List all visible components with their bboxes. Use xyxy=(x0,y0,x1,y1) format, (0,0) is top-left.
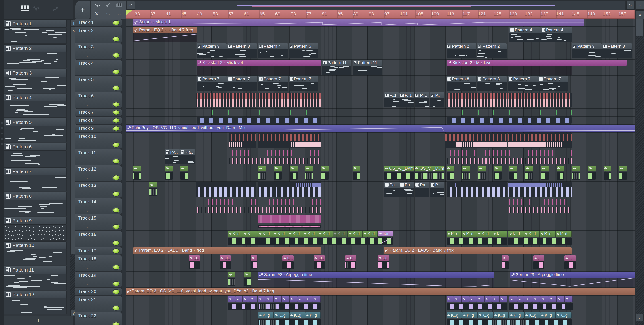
striped-clip[interactable] xyxy=(197,199,256,213)
audio-clip[interactable] xyxy=(446,166,454,181)
audio-clip[interactable] xyxy=(149,182,157,197)
audio-clip-header[interactable]: K..d xyxy=(462,231,477,237)
audio-clip-run[interactable]: K..gK..gK..gK..gK..gK..gK..gK..g xyxy=(446,312,571,325)
timeline-ruler[interactable]: 3337414549535761656973778185899397101105… xyxy=(126,10,635,19)
audio-clip[interactable] xyxy=(258,166,266,181)
track-header-track-16[interactable]: Track 16... xyxy=(75,231,122,247)
striped-clip[interactable] xyxy=(445,133,507,148)
audio-clip[interactable] xyxy=(588,166,596,181)
vertical-scrollbar-thumb[interactable] xyxy=(636,19,644,36)
pattern-item-header[interactable]: Pattern 4 xyxy=(4,94,67,101)
tool-waveform-icon[interactable] xyxy=(92,2,101,9)
audio-clip-header[interactable]: K..d xyxy=(508,231,524,237)
striped-clip[interactable] xyxy=(258,199,321,213)
pattern-clip[interactable]: Pattern 7 xyxy=(228,76,257,91)
audio-clip-header[interactable] xyxy=(298,296,305,302)
ruler-scroll-up-button[interactable]: ∧ xyxy=(636,10,644,19)
audio-clip-header[interactable] xyxy=(549,296,557,302)
pattern-clip[interactable]: Pattern 3 xyxy=(197,44,226,59)
track-header-track-18[interactable]: Track 18... xyxy=(75,255,122,271)
playlist-vertical-scrollbar[interactable]: ∨ xyxy=(636,19,644,325)
striped-clip[interactable] xyxy=(446,182,507,197)
track-header-track-5[interactable]: Track 5... xyxy=(75,76,122,92)
audio-clip[interactable] xyxy=(525,166,533,181)
track-mute-led[interactable] xyxy=(113,110,120,115)
track-mute-led[interactable] xyxy=(113,305,120,311)
audio-clip-run[interactable] xyxy=(510,296,573,311)
audio-clip[interactable] xyxy=(494,166,502,181)
track-header-track-1[interactable]: Track 1 xyxy=(75,19,122,27)
audio-clip-header[interactable] xyxy=(484,296,492,302)
pattern-clip[interactable]: Pattern 4 xyxy=(258,44,288,59)
pattern-clip[interactable]: P.. xyxy=(430,182,444,197)
audio-clip[interactable] xyxy=(321,166,329,181)
track-mute-led[interactable] xyxy=(113,53,120,58)
audio-clip[interactable] xyxy=(228,272,235,287)
striped-clip[interactable] xyxy=(258,93,321,107)
pattern-item-header[interactable]: Pattern 5 xyxy=(4,118,67,126)
track-header-track-12[interactable]: Track 12... xyxy=(75,165,122,182)
audio-clip-header[interactable]: K..g xyxy=(494,312,509,318)
striped-clip[interactable] xyxy=(508,133,572,148)
striped-clip[interactable] xyxy=(197,109,321,116)
pattern-clip[interactable]: Pattern 8 xyxy=(477,76,507,91)
pattern-clip[interactable]: Pa.. xyxy=(384,182,399,197)
audio-clip-header[interactable] xyxy=(228,296,236,302)
audio-clip[interactable]: O.. xyxy=(345,255,357,271)
pattern-clip[interactable]: Pattern 3 xyxy=(572,44,602,59)
striped-clip[interactable] xyxy=(228,133,257,148)
audio-clip-header[interactable] xyxy=(250,296,258,302)
audio-clip-header[interactable]: K..d xyxy=(273,231,288,237)
pattern-clip[interactable]: Pattern 5 xyxy=(289,44,318,59)
sidebar-tab-piano-icon[interactable] xyxy=(21,5,29,12)
striped-clip[interactable] xyxy=(508,93,572,107)
automation-clip[interactable]: Serum #3 - Arpeggio time xyxy=(258,272,494,287)
audio-clip-header[interactable] xyxy=(258,296,266,302)
pattern-list-item[interactable]: Pattern 12 xyxy=(4,290,67,315)
pattern-clip[interactable]: Pattern 7 xyxy=(258,76,288,91)
audio-clip-header[interactable]: K.. xyxy=(492,231,507,237)
track-mute-led[interactable] xyxy=(113,240,120,245)
playlist-scroll-down-button[interactable]: ∨ xyxy=(636,314,644,321)
audio-clip-header[interactable]: K..g xyxy=(305,312,321,318)
pattern-clip[interactable]: Pa.. xyxy=(165,149,180,165)
pattern-list-item[interactable]: Pattern 6 xyxy=(4,143,67,167)
pattern-list[interactable]: Pattern 1Pattern 2Pattern 3Pattern 4Patt… xyxy=(4,20,67,315)
audio-clip[interactable]: O.. xyxy=(282,255,294,271)
audio-clip[interactable]: lier xyxy=(378,231,393,246)
audio-clip[interactable]: O.. xyxy=(220,255,231,271)
audio-clip-header[interactable]: K..d xyxy=(228,231,243,237)
audio-clip[interactable] xyxy=(572,166,580,181)
track-mute-led[interactable] xyxy=(113,118,120,123)
pattern-clip[interactable]: Pattern 7 xyxy=(289,76,318,91)
audio-clip-header[interactable]: K..d xyxy=(524,231,540,237)
pattern-clip[interactable]: Pattern 7 xyxy=(508,76,538,91)
audio-clip-run[interactable]: K..dK..dK..dK..d xyxy=(508,231,572,246)
audio-clip[interactable] xyxy=(165,166,173,181)
audio-clip[interactable] xyxy=(502,255,509,271)
pattern-clip[interactable]: P..1 xyxy=(414,92,429,108)
pattern-item-header[interactable]: Pattern 6 xyxy=(4,143,67,151)
track-header-track-13[interactable]: Track 13... xyxy=(75,182,122,198)
audio-clip-header[interactable] xyxy=(236,296,243,302)
audio-clip-header[interactable]: K..g xyxy=(540,312,556,318)
striped-clip[interactable] xyxy=(258,133,321,148)
track-header-track-10[interactable]: Track 10... xyxy=(75,133,122,149)
track-mute-led[interactable] xyxy=(113,126,120,131)
pattern-clip[interactable]: P..1 xyxy=(384,92,399,108)
track-mute-led[interactable] xyxy=(113,191,120,196)
pattern-clip[interactable]: Pa.. xyxy=(180,149,195,165)
striped-clip[interactable] xyxy=(196,93,256,107)
tool-cut-icon[interactable]: ✕ xyxy=(92,10,101,18)
audio-clip-header[interactable]: K..d xyxy=(477,231,492,237)
track-mute-led[interactable] xyxy=(113,224,120,229)
tool-stretch-icon[interactable]: ↔ xyxy=(115,10,124,18)
track-mute-led[interactable] xyxy=(113,142,120,148)
audio-clip[interactable] xyxy=(180,166,188,181)
audio-clip-header[interactable]: K..d xyxy=(333,231,348,237)
track-mute-led[interactable] xyxy=(113,86,120,91)
audio-clip[interactable] xyxy=(556,166,564,181)
audio-clip-header[interactable] xyxy=(290,296,298,302)
track-mute-led[interactable] xyxy=(113,102,120,107)
audio-clip[interactable]: O.. xyxy=(314,255,325,271)
